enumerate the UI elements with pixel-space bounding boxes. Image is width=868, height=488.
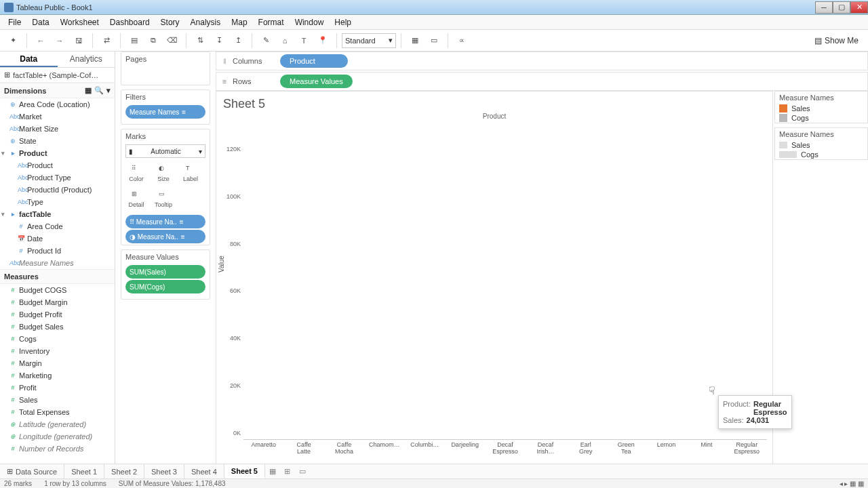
dimension-field[interactable]: ▾▸factTable	[0, 208, 115, 220]
forward-button[interactable]: →	[51, 32, 68, 49]
mv-pill-cogs[interactable]: SUM(Cogs)	[125, 280, 205, 293]
menu-file[interactable]: File	[3, 16, 26, 29]
window-close[interactable]: ✕	[850, 1, 868, 14]
menu-worksheet[interactable]: Worksheet	[55, 16, 104, 29]
color-legend[interactable]: Measure Names SalesCogs	[774, 91, 868, 123]
measure-field[interactable]: #Budget Profit	[0, 308, 115, 321]
swap-button[interactable]: ⇅	[191, 32, 209, 49]
columns-pill-product[interactable]: Product	[280, 54, 348, 68]
legend-size-item[interactable]: Cogs	[775, 150, 867, 159]
measure-field[interactable]: #Sales	[0, 394, 115, 406]
marks-label-button[interactable]: TLabel	[177, 161, 204, 186]
sheet-tab[interactable]: Sheet 1	[64, 464, 104, 479]
legend-item[interactable]: Sales	[775, 104, 867, 113]
menu-format[interactable]: Format	[253, 16, 290, 29]
dimension-field[interactable]: AbcMeasure Names	[0, 257, 115, 269]
measure-field[interactable]: ⊕Longitude (generated)	[0, 430, 115, 443]
duplicate-button[interactable]: ⧉	[144, 32, 162, 49]
marks-tooltip-button[interactable]: ▭Tooltip	[150, 186, 177, 212]
measure-field[interactable]: #Inventory	[0, 345, 115, 357]
back-button[interactable]: ←	[32, 32, 50, 49]
marks-color-button[interactable]: ⠿Color	[123, 161, 150, 186]
tableau-icon[interactable]: ✦	[4, 32, 22, 49]
dimension-field[interactable]: #Product Id	[0, 245, 115, 257]
group-button[interactable]: ⌂	[276, 32, 294, 49]
show-cards-button[interactable]: ▦	[406, 32, 424, 49]
label-button[interactable]: T	[295, 32, 313, 49]
fit-selector[interactable]: Standard▾	[342, 33, 396, 48]
dimension-field[interactable]: AbcProduct Type	[0, 171, 115, 184]
mv-pill-sales[interactable]: SUM(Sales)	[125, 265, 205, 279]
menu-story[interactable]: Story	[155, 16, 185, 29]
menu-analysis[interactable]: Analysis	[185, 16, 226, 29]
marks-pill-color[interactable]: ⠿ Measure Na..≡	[125, 215, 205, 228]
dimension-field[interactable]: ⊕Area Code (Location)	[0, 98, 115, 110]
menu-map[interactable]: Map	[226, 16, 252, 29]
worksheet-view[interactable]: Sheet 5 Product Value 0K20K40K60K80K100K…	[216, 91, 773, 468]
sheet-tab[interactable]: Sheet 2	[104, 464, 144, 479]
datasource-item[interactable]: ⊞ factTable+ (Sample-Cof…	[0, 68, 115, 83]
dimension-field[interactable]: AbcMarket	[0, 110, 115, 123]
menu-icon[interactable]: ▾	[106, 86, 111, 95]
menu-data[interactable]: Data	[26, 16, 54, 29]
pages-card[interactable]: Pages	[121, 52, 210, 85]
measure-field[interactable]: #Margin	[0, 357, 115, 369]
measure-field[interactable]: #Profit	[0, 382, 115, 394]
sort-desc-button[interactable]: ↥	[229, 32, 247, 49]
sheet-tab[interactable]: Sheet 4	[184, 464, 224, 479]
sheet-tab[interactable]: Sheet 3	[144, 464, 184, 479]
sheet-tab[interactable]: Sheet 5	[224, 464, 265, 479]
measure-field[interactable]: #Number of Records	[0, 443, 115, 455]
dimension-field[interactable]: AbcMarket Size	[0, 123, 115, 135]
share-button[interactable]: ∝	[453, 32, 471, 49]
clear-button[interactable]: ⌫	[163, 32, 181, 49]
dimension-field[interactable]: ⊕State	[0, 135, 115, 147]
dimension-field[interactable]: AbcProduct	[0, 159, 115, 171]
sheet-title[interactable]: Sheet 5	[216, 92, 772, 111]
marks-size-button[interactable]: ◐Size	[150, 161, 177, 186]
new-worksheet-tab[interactable]: ▦	[265, 467, 280, 476]
measure-field[interactable]: ⊕Latitude (generated)	[0, 418, 115, 430]
filters-card[interactable]: Filters Measure Names≡	[121, 89, 210, 125]
save-button[interactable]: 🖫	[70, 32, 87, 49]
marks-pill-size[interactable]: ◑ Measure Na..≡	[125, 230, 205, 243]
legend-item[interactable]: Cogs	[775, 113, 867, 123]
view-icon[interactable]: ▦	[85, 86, 92, 95]
dimension-field[interactable]: ▾▸Product	[0, 147, 115, 159]
measure-field[interactable]: #Total Expenses	[0, 406, 115, 418]
data-tab[interactable]: Data	[0, 52, 58, 67]
menu-dashboard[interactable]: Dashboard	[104, 16, 155, 29]
search-icon[interactable]: 🔍	[94, 86, 104, 95]
rows-shelf[interactable]: ≡ Rows Measure Values	[216, 72, 868, 91]
menu-window[interactable]: Window	[290, 16, 330, 29]
legend-size-item[interactable]: Sales	[775, 140, 867, 150]
dimension-field[interactable]: AbcType	[0, 196, 115, 208]
filter-pill-measure-names[interactable]: Measure Names≡	[125, 105, 205, 119]
marks-detail-button[interactable]: ⊞Detail	[123, 186, 150, 212]
new-worksheet-button[interactable]: ▤	[125, 32, 143, 49]
size-legend[interactable]: Measure Names SalesCogs	[774, 127, 868, 160]
rows-pill-measure-values[interactable]: Measure Values	[280, 75, 353, 88]
new-dashboard-tab[interactable]: ⊞	[280, 467, 295, 476]
data-source-tab[interactable]: ⊞Data Source	[0, 464, 64, 479]
new-story-tab[interactable]: ▭	[295, 467, 310, 476]
dimension-field[interactable]: AbcProductId (Product)	[0, 184, 115, 196]
mark-type-selector[interactable]: ▮ Automatic ▾	[125, 144, 205, 158]
sort-asc-button[interactable]: ↧	[210, 32, 228, 49]
show-me-button[interactable]: ▤Show Me	[809, 36, 864, 45]
measure-field[interactable]: #Budget Margin	[0, 296, 115, 308]
new-data-source-button[interactable]: ⇄	[98, 32, 115, 49]
measure-values-card[interactable]: Measure Values SUM(Sales) SUM(Cogs)	[121, 249, 210, 300]
menu-help[interactable]: Help	[329, 16, 357, 29]
window-maximize[interactable]: ▢	[833, 1, 850, 14]
measure-field[interactable]: #Marketing	[0, 369, 115, 382]
columns-shelf[interactable]: ⦀ Columns Product	[216, 52, 868, 70]
analytics-tab[interactable]: Analytics	[58, 52, 115, 67]
measure-field[interactable]: #Budget Sales	[0, 321, 115, 333]
presentation-button[interactable]: ▭	[425, 32, 443, 49]
measure-field[interactable]: #Budget COGS	[0, 284, 115, 296]
measure-field[interactable]: #Cogs	[0, 333, 115, 345]
marks-card[interactable]: Marks ▮ Automatic ▾ ⠿Color◐SizeTLabel⊞De…	[121, 129, 210, 245]
dimension-field[interactable]: #Area Code	[0, 220, 115, 232]
dimension-field[interactable]: 📅Date	[0, 232, 115, 245]
